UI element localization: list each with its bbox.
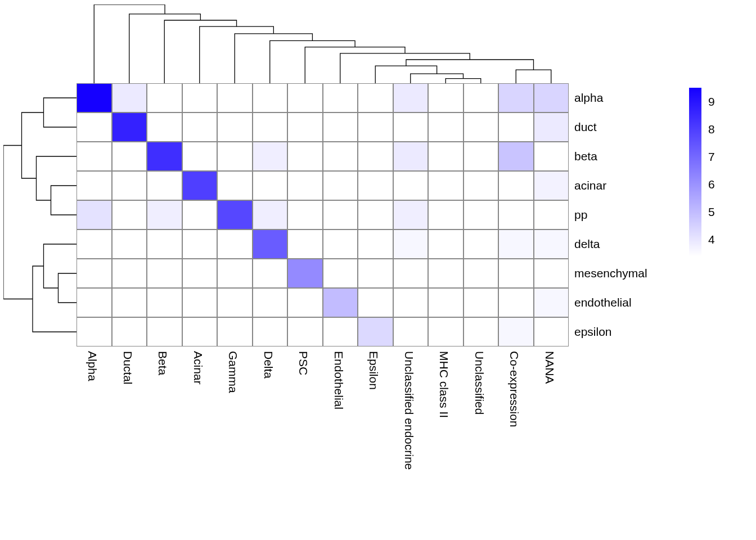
- heatmap-cell: [217, 230, 253, 259]
- heatmap-cell: [464, 230, 499, 259]
- heatmap-cell: [76, 200, 112, 230]
- heatmap-cell: [147, 200, 182, 230]
- colorbar-tick-label: 5: [708, 205, 715, 219]
- heatmap-cell: [287, 142, 323, 171]
- heatmap-cell: [182, 230, 218, 259]
- column-label: Beta: [156, 351, 170, 375]
- heatmap-cell: [253, 259, 288, 288]
- heatmap-cell: [464, 171, 499, 200]
- heatmap-cell: [534, 171, 569, 200]
- heatmap-cell: [498, 171, 534, 200]
- heatmap-cell: [393, 171, 429, 200]
- heatmap-cell: [323, 288, 358, 317]
- heatmap-cell: [428, 112, 464, 142]
- heatmap-cell: [393, 317, 429, 346]
- heatmap-row: [76, 317, 569, 346]
- heatmap-cell: [76, 112, 112, 142]
- heatmap-cell: [182, 288, 218, 317]
- heatmap-cell: [428, 259, 464, 288]
- heatmap-cell: [534, 317, 569, 346]
- heatmap-cell: [393, 259, 429, 288]
- heatmap-row: [76, 200, 569, 230]
- heatmap-cell: [534, 230, 569, 259]
- heatmap-cell: [358, 171, 393, 200]
- heatmap-cell: [498, 142, 534, 171]
- heatmap-cell: [428, 142, 464, 171]
- heatmap-cell: [464, 142, 499, 171]
- heatmap-row: [76, 142, 569, 171]
- heatmap-cell: [76, 171, 112, 200]
- heatmap-cell: [498, 200, 534, 230]
- row-dendrogram: [3, 83, 76, 346]
- heatmap-cell: [498, 317, 534, 346]
- heatmap-row: [76, 83, 569, 112]
- colorbar-tick-label: 4: [708, 233, 715, 246]
- colorbar-gradient: [689, 88, 701, 256]
- heatmap-cell: [393, 142, 429, 171]
- heatmap-cell: [358, 317, 393, 346]
- heatmap-cell: [534, 288, 569, 317]
- heatmap-cell: [393, 288, 429, 317]
- heatmap-cell: [182, 171, 218, 200]
- heatmap-cell: [464, 112, 499, 142]
- heatmap-cell: [76, 259, 112, 288]
- heatmap-cell: [217, 171, 253, 200]
- row-label: epsilon: [571, 317, 647, 346]
- heatmap-cell: [112, 171, 147, 200]
- column-label: Unclassified endocrine: [402, 351, 417, 470]
- heatmap-cell: [76, 230, 112, 259]
- heatmap-cell: [147, 112, 182, 142]
- heatmap-cell: [498, 112, 534, 142]
- row-label: delta: [571, 230, 647, 259]
- column-label: Delta: [262, 351, 276, 379]
- heatmap-cell: [287, 171, 323, 200]
- heatmap-cell: [112, 230, 147, 259]
- heatmap-cell: [112, 288, 147, 317]
- heatmap-cell: [498, 230, 534, 259]
- heatmap-cell: [112, 83, 147, 112]
- heatmap-cell: [323, 142, 358, 171]
- heatmap-cell: [393, 83, 429, 112]
- column-label: Epsilon: [367, 351, 381, 390]
- heatmap-cell: [323, 200, 358, 230]
- heatmap-cell: [253, 171, 288, 200]
- column-label: Acinar: [191, 351, 206, 385]
- colorbar-tick-label: 6: [708, 178, 715, 191]
- column-label: PSC: [296, 351, 311, 375]
- heatmap-cell: [147, 142, 182, 171]
- heatmap-cell: [534, 112, 569, 142]
- heatmap-cell: [182, 259, 218, 288]
- heatmap-cell: [217, 83, 253, 112]
- heatmap-cell: [287, 112, 323, 142]
- heatmap-cell: [76, 142, 112, 171]
- column-label: Alpha: [86, 351, 100, 381]
- row-label: beta: [571, 142, 647, 171]
- heatmap-cell: [217, 200, 253, 230]
- colorbar-tick-label: 9: [708, 95, 715, 109]
- heatmap-cell: [217, 112, 253, 142]
- heatmap-cell: [217, 317, 253, 346]
- heatmap-cell: [253, 288, 288, 317]
- heatmap-row: [76, 112, 569, 142]
- heatmap-cell: [358, 288, 393, 317]
- heatmap-cell: [464, 317, 499, 346]
- row-label: endothelial: [571, 288, 647, 317]
- heatmap-cell: [358, 259, 393, 288]
- heatmap-cell: [287, 83, 323, 112]
- column-label: Gamma: [226, 351, 241, 393]
- heatmap-cell: [182, 317, 218, 346]
- row-label: pp: [571, 200, 647, 230]
- heatmap-cell: [253, 200, 288, 230]
- heatmap-cell: [428, 317, 464, 346]
- heatmap-cell: [147, 230, 182, 259]
- heatmap-cell: [358, 112, 393, 142]
- heatmap-row: [76, 230, 569, 259]
- heatmap-cell: [217, 142, 253, 171]
- heatmap-cell: [182, 83, 218, 112]
- heatmap-cell: [534, 259, 569, 288]
- heatmap-cell: [287, 317, 323, 346]
- heatmap-cell: [428, 288, 464, 317]
- heatmap-cell: [534, 83, 569, 112]
- heatmap-cell: [112, 259, 147, 288]
- heatmap-cell: [464, 259, 499, 288]
